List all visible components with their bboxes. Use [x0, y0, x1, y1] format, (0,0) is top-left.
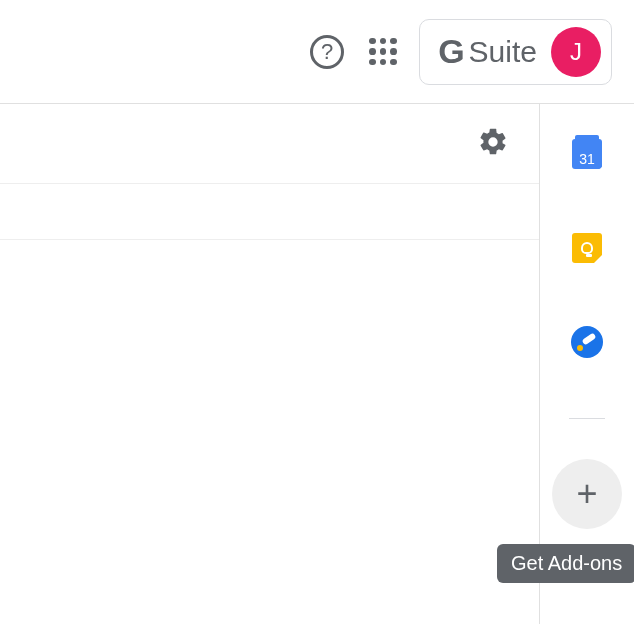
- tasks-button[interactable]: [569, 324, 605, 360]
- settings-button[interactable]: [477, 126, 509, 162]
- toolbar-row: [0, 104, 539, 184]
- apps-grid-icon: [369, 38, 397, 66]
- side-panel-divider: [569, 418, 605, 419]
- get-addons-button[interactable]: +: [552, 459, 622, 529]
- account-chip[interactable]: G Suite J: [419, 19, 612, 85]
- keep-icon: [572, 233, 602, 263]
- help-button[interactable]: ?: [307, 32, 347, 72]
- gsuite-label: G Suite: [438, 32, 537, 71]
- help-icon: ?: [310, 35, 344, 69]
- get-addons-tooltip: Get Add-ons: [497, 544, 634, 583]
- tasks-icon: [571, 326, 603, 358]
- content-row: [0, 184, 539, 240]
- apps-launcher-button[interactable]: [363, 32, 403, 72]
- plus-icon: +: [576, 473, 597, 515]
- main-content: [0, 104, 539, 624]
- calendar-icon: 31: [572, 139, 602, 169]
- calendar-button[interactable]: 31: [569, 136, 605, 172]
- gear-icon: [477, 126, 509, 158]
- account-avatar[interactable]: J: [551, 27, 601, 77]
- keep-button[interactable]: [569, 230, 605, 266]
- app-header: ? G Suite J: [0, 0, 634, 104]
